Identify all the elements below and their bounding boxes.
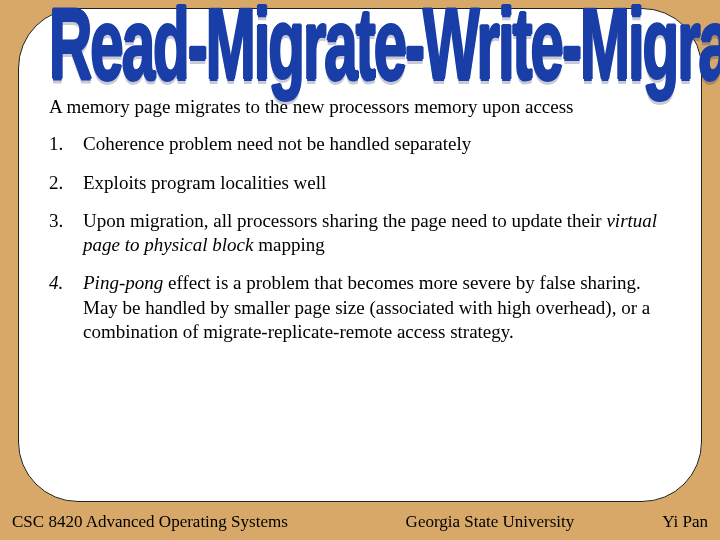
footer-course: CSC 8420 Advanced Operating Systems <box>12 512 288 532</box>
slide-title: Read-Migrate-Write-Migrate <box>49 8 720 81</box>
slide-card: Read-Migrate-Write-Migrate A memory page… <box>18 8 702 502</box>
list-item: Coherence problem need not be handled se… <box>49 132 671 156</box>
footer: CSC 8420 Advanced Operating Systems Geor… <box>0 512 720 532</box>
list-item: Upon migration, all processors sharing t… <box>49 209 671 258</box>
list-item: Ping-pong effect is a problem that becom… <box>49 271 671 344</box>
title-container: Read-Migrate-Write-Migrate <box>49 23 671 66</box>
footer-university: Georgia State University <box>288 512 662 532</box>
list-item: Exploits program localities well <box>49 171 671 195</box>
footer-author: Yi Pan <box>662 512 708 532</box>
bullet-list: Coherence problem need not be handled se… <box>49 132 671 344</box>
